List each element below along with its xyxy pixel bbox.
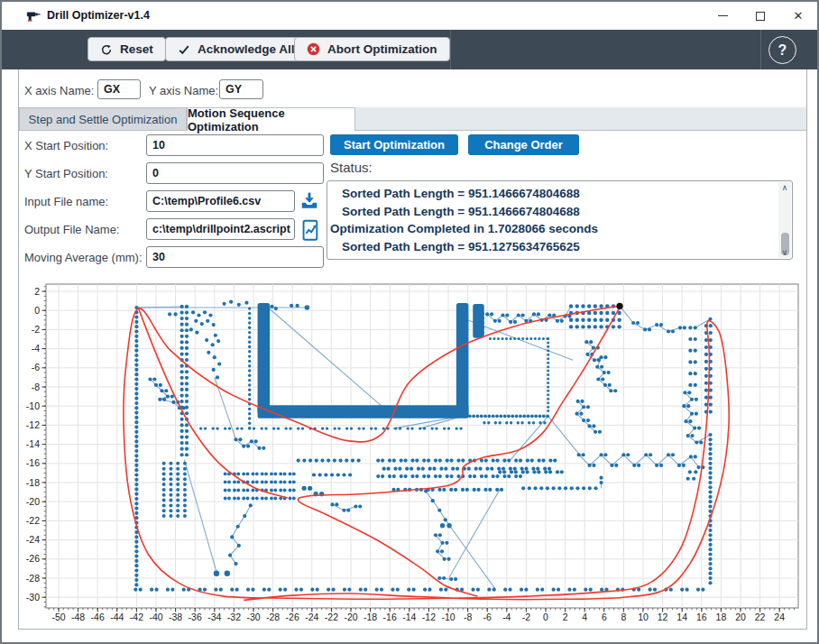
svg-text:-24: -24 <box>305 612 318 622</box>
drill-path-chart: -50-48-46-44-42-40-38-36-34-32-30-28-26-… <box>17 274 811 631</box>
status-label: Status: <box>330 160 373 175</box>
maximize-icon <box>756 12 765 21</box>
svg-text:-46: -46 <box>91 612 105 622</box>
change-order-label: Change Order <box>484 138 563 152</box>
check-icon <box>178 43 190 56</box>
status-box[interactable]: Sorted Path Length = 951.1466674804688 S… <box>327 180 793 260</box>
scroll-up-icon[interactable]: ∧ <box>778 182 791 193</box>
drill-app-icon <box>26 9 41 23</box>
maximize-button[interactable] <box>741 2 779 30</box>
tab-motion-sequence-label: Motion Sequence Optimization <box>188 106 354 133</box>
svg-text:-2: -2 <box>522 612 530 622</box>
start-optimization-button[interactable]: Start Optimization <box>330 134 458 155</box>
toolbar-separator-right <box>760 30 761 69</box>
svg-text:0: 0 <box>543 612 548 622</box>
svg-text:12: 12 <box>658 612 668 622</box>
y-start-input[interactable]: 0 <box>146 162 324 184</box>
svg-text:-16: -16 <box>383 612 397 622</box>
svg-text:20: 20 <box>735 612 746 622</box>
abort-optimization-label: Abort Optimization <box>327 42 437 56</box>
load-file-icon[interactable] <box>299 191 319 211</box>
svg-text:6: 6 <box>602 612 607 622</box>
svg-text:8: 8 <box>621 612 626 622</box>
chart-canvas[interactable]: -50-48-46-44-42-40-38-36-34-32-30-28-26-… <box>17 274 811 628</box>
svg-text:16: 16 <box>696 612 707 622</box>
toolbar-separator <box>450 30 451 69</box>
acknowledge-all-button[interactable]: Acknowledge All <box>165 37 308 61</box>
y-start-label: Y Start Position: <box>24 167 108 180</box>
svg-text:22: 22 <box>755 612 766 622</box>
svg-text:-10: -10 <box>26 400 40 411</box>
svg-text:2: 2 <box>34 286 40 297</box>
tab-step-and-settle[interactable]: Step and Settle Optimization <box>19 107 187 131</box>
reset-label: Reset <box>120 42 153 56</box>
svg-text:2: 2 <box>563 612 568 622</box>
svg-text:-48: -48 <box>71 612 85 622</box>
x-start-input[interactable]: 10 <box>146 134 324 156</box>
y-axis-name-input[interactable]: GY <box>219 79 263 99</box>
svg-text:-36: -36 <box>189 612 202 622</box>
svg-text:-26: -26 <box>26 553 40 564</box>
svg-text:0: 0 <box>34 305 40 316</box>
svg-text:-30: -30 <box>26 592 40 603</box>
svg-text:-20: -20 <box>26 496 40 507</box>
status-line: Sorted Path Length = 951.1466674804688 <box>327 185 792 203</box>
svg-text:-32: -32 <box>227 612 241 622</box>
acknowledge-all-label: Acknowledge All <box>198 42 295 56</box>
scroll-down-icon[interactable]: ∨ <box>778 247 791 258</box>
svg-text:-50: -50 <box>51 612 65 622</box>
status-line: Sorted Path Length = 951.1466674804688 <box>327 203 792 221</box>
chart-current-position-dot <box>616 303 622 309</box>
status-line: Sorted Path Length = 951.1275634765625 <box>327 238 792 256</box>
svg-text:-16: -16 <box>26 457 40 468</box>
abort-optimization-button[interactable]: Abort Optimization <box>294 37 450 61</box>
svg-text:-26: -26 <box>286 612 299 622</box>
svg-text:-2: -2 <box>32 324 40 335</box>
svg-text:-24: -24 <box>26 534 40 545</box>
moving-average-input[interactable]: 30 <box>146 246 324 268</box>
change-order-button[interactable]: Change Order <box>468 134 579 155</box>
svg-text:-12: -12 <box>422 612 436 622</box>
tab-motion-sequence[interactable]: Motion Sequence Optimization <box>187 107 355 131</box>
minimize-icon <box>718 15 728 16</box>
status-scrollbar[interactable]: ∧ ∨ <box>778 182 791 258</box>
script-file-icon[interactable] <box>300 219 321 242</box>
y-axis-name-label: Y axis Name: <box>149 84 218 97</box>
help-button[interactable]: ? <box>768 36 796 64</box>
svg-text:-8: -8 <box>32 382 40 392</box>
svg-text:14: 14 <box>676 612 687 622</box>
svg-text:-14: -14 <box>402 612 416 622</box>
svg-text:-14: -14 <box>26 438 40 449</box>
svg-text:-28: -28 <box>26 573 40 584</box>
svg-text:-22: -22 <box>325 612 338 622</box>
abort-icon <box>307 42 320 56</box>
svg-text:-10: -10 <box>441 612 455 622</box>
svg-text:-4: -4 <box>32 343 40 354</box>
svg-text:-18: -18 <box>26 477 40 488</box>
svg-text:-28: -28 <box>266 612 280 622</box>
svg-text:-20: -20 <box>344 612 357 622</box>
x-axis-name-label: X axis Name: <box>24 84 94 97</box>
reset-icon <box>100 43 113 56</box>
svg-text:-8: -8 <box>464 612 472 622</box>
tab-step-and-settle-label: Step and Settle Optimization <box>29 113 178 126</box>
svg-text:-38: -38 <box>169 612 182 622</box>
help-icon: ? <box>778 42 787 59</box>
close-button[interactable]: ✕ <box>779 2 817 30</box>
input-file-input[interactable]: C:\temp\Profile6.csv <box>146 190 295 212</box>
svg-text:-6: -6 <box>32 362 40 373</box>
svg-text:18: 18 <box>716 612 727 622</box>
x-axis-name-input[interactable]: GX <box>97 79 141 99</box>
svg-text:24: 24 <box>774 612 785 622</box>
minimize-button[interactable] <box>704 2 741 30</box>
reset-button[interactable]: Reset <box>87 37 166 61</box>
svg-text:-4: -4 <box>502 612 511 622</box>
svg-text:-12: -12 <box>26 419 40 430</box>
svg-text:-44: -44 <box>110 612 124 622</box>
window-title: Drill Optimizer-v1.4 <box>47 9 150 22</box>
svg-text:4: 4 <box>582 612 587 622</box>
svg-text:-40: -40 <box>149 612 162 622</box>
close-icon: ✕ <box>794 10 804 22</box>
output-file-input[interactable]: c:\temp\drillpoint2.ascript <box>146 218 295 240</box>
toolbar: Reset Acknowledge All Abort Optimization… <box>2 30 817 69</box>
